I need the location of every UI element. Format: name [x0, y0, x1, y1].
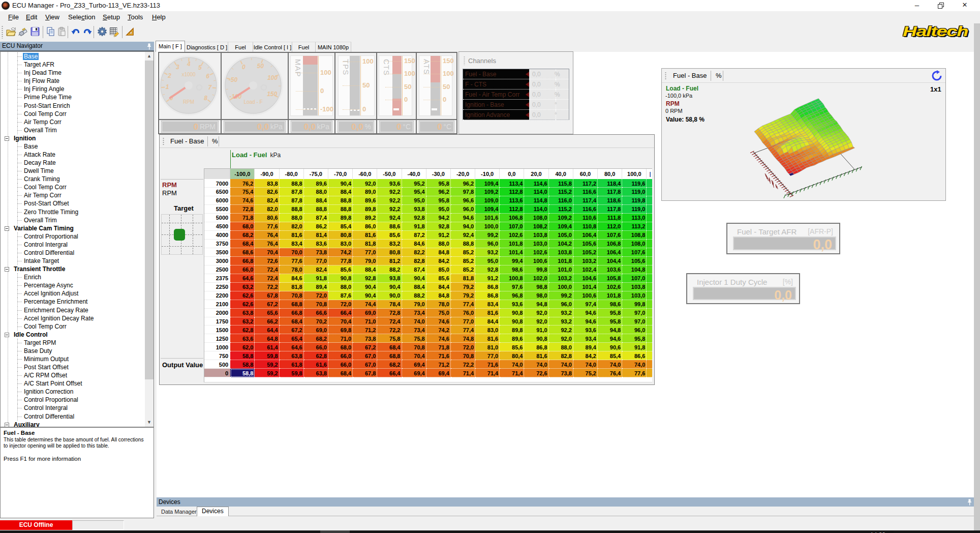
svg-text:8: 8: [204, 95, 207, 102]
svg-text:3: 3: [176, 64, 179, 71]
svg-text:0: 0: [242, 64, 246, 71]
svg-text:100: 100: [267, 74, 278, 81]
svg-text:1: 1: [166, 83, 169, 91]
svg-text:2: 2: [167, 72, 171, 79]
svg-text:50: 50: [257, 63, 264, 70]
svg-text:4: 4: [187, 61, 191, 68]
svg-text:5: 5: [198, 64, 202, 71]
svg-text:RPM: RPM: [183, 99, 194, 105]
svg-text:x1000: x1000: [181, 72, 196, 77]
svg-text:Load - F: Load - F: [243, 99, 262, 105]
svg-text:-50: -50: [229, 76, 238, 83]
svg-text:150: 150: [267, 91, 277, 98]
svg-text:6: 6: [206, 73, 209, 80]
